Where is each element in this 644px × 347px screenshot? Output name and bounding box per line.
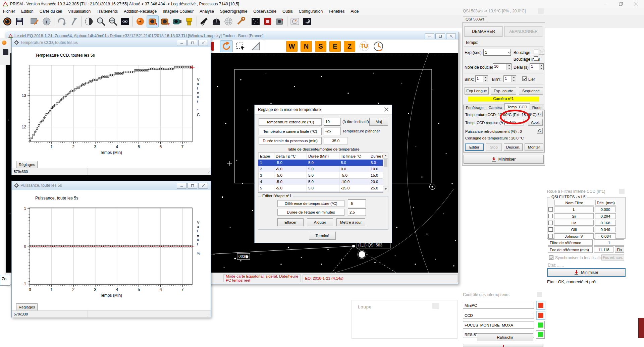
sky-restore-button[interactable] [435, 33, 445, 39]
filter-checkbox[interactable] [548, 207, 553, 212]
foc-save-button[interactable]: Foc ref. sav. [601, 254, 624, 261]
add-button[interactable]: Ajouter [307, 218, 333, 226]
telescope-icon[interactable] [199, 16, 210, 27]
switch-toggle-button[interactable] [536, 330, 545, 339]
menu-visualisation[interactable]: Visualisation [65, 8, 94, 14]
exp-combobox[interactable]: 1 [483, 49, 511, 56]
temp-diff-input[interactable]: -5 [348, 199, 366, 207]
usb-device-icon[interactable] [262, 16, 273, 27]
binx-stepper[interactable]: 1 [475, 75, 488, 82]
filter-checkbox[interactable] [548, 227, 553, 232]
switch-toggle-button[interactable] [536, 311, 545, 320]
switch-minimize-button-partial[interactable] [463, 344, 543, 347]
scrollbar-fragment[interactable] [638, 318, 644, 338]
focuser-icon[interactable] [183, 16, 195, 27]
ext-temp-input[interactable]: 10 [324, 118, 340, 126]
close-button[interactable] [629, 0, 644, 8]
galaxy-image-icon[interactable] [119, 16, 131, 27]
menu-carte-du-ciel[interactable]: Carte du ciel [37, 8, 65, 14]
sync-focus-checkbox[interactable] [549, 255, 553, 260]
temp-minimize-button[interactable] [177, 40, 186, 46]
refresh-button[interactable]: Rafraichir [477, 333, 533, 341]
pow-settings-button[interactable]: Réglages [16, 303, 38, 311]
menu-edition[interactable]: Edition [18, 8, 37, 14]
video-camera-icon[interactable] [171, 16, 183, 27]
rotate-view-icon[interactable] [220, 40, 233, 52]
set-square-icon[interactable] [250, 41, 262, 52]
pow-close-button[interactable] [198, 183, 208, 189]
contrast-icon[interactable] [83, 16, 95, 27]
menu-observatoire[interactable]: Observatoire [250, 8, 279, 14]
update-button[interactable]: Mettre à jour [336, 218, 365, 226]
flip-vertical-icon[interactable] [68, 16, 79, 27]
sky-close-button[interactable] [446, 33, 456, 39]
loop-inf-checkbox[interactable] [534, 56, 538, 61]
stop-button[interactable]: Stop [486, 143, 502, 151]
filter-checkbox[interactable] [548, 221, 553, 225]
ccd-camera-active-icon[interactable]: 1 [147, 15, 159, 27]
table-row[interactable]: 6-5.05.0-20.030.0 [259, 191, 384, 193]
clear-button[interactable]: Effacer [277, 218, 304, 226]
switch-toggle-button[interactable] [536, 321, 545, 329]
table-row[interactable]: 2-5.05.00.010.0 [259, 166, 384, 172]
resize-grip[interactable]: ⋰ [207, 313, 210, 317]
camera-lens-icon[interactable] [2, 16, 13, 27]
short-exposure-button[interactable]: Exp. courte [491, 87, 516, 95]
nloops-stepper[interactable]: 10 [493, 63, 512, 70]
menu-imagerie-couleur[interactable]: Imagerie Couleur [160, 8, 197, 14]
resize-grip[interactable]: ⋰ [207, 171, 210, 174]
compass-button-e[interactable]: E [329, 41, 341, 52]
marquee-select-icon[interactable] [235, 41, 247, 52]
wrench-icon[interactable] [235, 16, 246, 27]
minimize-button[interactable] [598, 0, 613, 8]
qsi-tab[interactable]: QSI 583ws [463, 16, 487, 22]
menu-fen-tres[interactable]: Fenêtres [326, 8, 347, 14]
abort-button[interactable]: ABANDONNER [504, 26, 542, 37]
menu-analyse[interactable]: Analyse [197, 8, 217, 14]
restore-button[interactable] [613, 0, 629, 8]
compass-button-n[interactable]: N [301, 41, 312, 52]
filter-panel-box-icon[interactable] [619, 189, 625, 194]
loop-checkbox[interactable] [534, 50, 538, 54]
tab-temp-ccd[interactable]: Temp. CCD [504, 103, 530, 110]
qsi-minimize-button[interactable]: Minimiser [464, 155, 544, 164]
clock-gauge-icon[interactable] [289, 16, 301, 27]
filter-checkbox[interactable] [548, 214, 553, 218]
temperature-table[interactable]: EtapeDelta Tp °CDurée (Min)Tp finale °CD… [258, 153, 383, 193]
power-graph-button[interactable]: G [537, 128, 543, 134]
temp-close-button[interactable] [198, 40, 208, 46]
table-row[interactable]: 4-5.05.0-10.020.0 [259, 179, 384, 185]
flip-horizontal-icon[interactable] [56, 16, 67, 27]
temp-restore-button[interactable] [187, 40, 197, 46]
sphere-grid-icon[interactable] [223, 16, 234, 27]
image-edit-icon[interactable] [29, 16, 40, 27]
final-temp-input[interactable]: -25 [324, 127, 340, 135]
switch-toggle-button[interactable] [536, 301, 545, 310]
compass-button-z[interactable]: Z [344, 41, 355, 52]
clock-icon[interactable] [372, 41, 384, 52]
apply-button[interactable]: Appl. [528, 119, 543, 126]
start-button[interactable]: DEMARRER [465, 26, 502, 37]
dialog-close-icon[interactable] [384, 107, 388, 113]
filter-checkbox[interactable] [548, 234, 553, 238]
done-button[interactable]: Terminé [309, 232, 336, 240]
compass-button-s[interactable]: S [315, 41, 326, 52]
table-scrollbar[interactable] [383, 153, 388, 192]
fix-button[interactable]: Fix [615, 246, 624, 253]
long-exposure-button[interactable]: Exp Longue [465, 87, 489, 95]
compass-button-w[interactable]: W [286, 41, 298, 52]
pow-restore-button[interactable] [187, 183, 197, 189]
scroll-up-icon[interactable] [383, 153, 388, 159]
ccd-gray-icon[interactable] [274, 16, 285, 27]
pow-minimize-button[interactable] [177, 183, 186, 189]
tu-button[interactable]: TU [358, 41, 370, 52]
menu-configuration[interactable]: Configuration [296, 8, 326, 14]
dome-icon[interactable] [211, 16, 222, 27]
sun-sphere-icon[interactable] [135, 16, 146, 27]
info-icon[interactable]: i [41, 16, 52, 27]
zoom-target-icon[interactable] [107, 16, 119, 27]
star-map-icon[interactable] [250, 16, 261, 27]
link-checkbox[interactable] [522, 76, 527, 81]
menu-outils[interactable]: Outils [279, 8, 296, 14]
zoom-icon[interactable] [95, 16, 107, 27]
